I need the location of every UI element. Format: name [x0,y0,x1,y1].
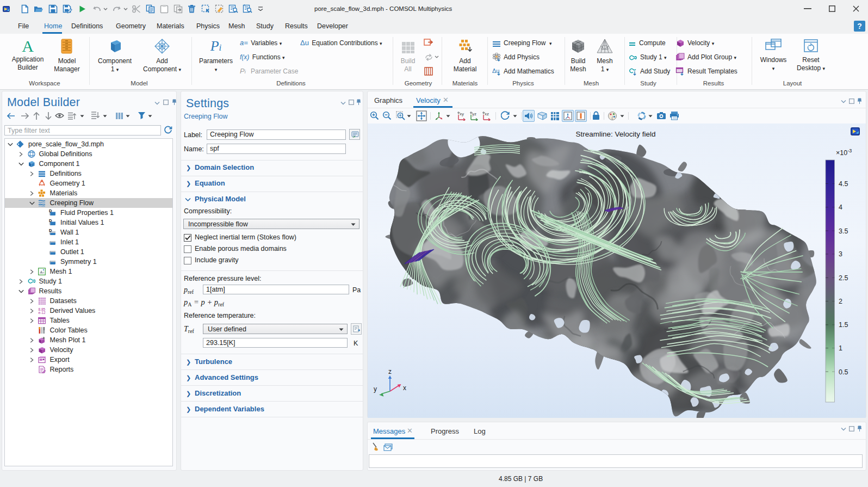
svg-text:1.5: 1.5 [839,321,848,329]
svg-text:2: 2 [839,298,842,305]
svg-text:y: y [374,385,377,393]
svg-text:e-12: e-12 [39,311,46,315]
svg-text:4.5: 4.5 [839,180,848,188]
svg-text:z: z [388,368,392,375]
svg-text:4: 4 [839,204,842,211]
svg-text:2.5: 2.5 [839,274,848,282]
svg-text:D: D [49,219,52,223]
svg-text:D: D [49,229,52,233]
svg-text:1: 1 [839,344,842,352]
svg-text:0.5: 0.5 [839,368,848,376]
svg-text:x: x [403,384,406,392]
svg-text:xy: xy [460,112,464,116]
svg-text:xz: xz [485,112,489,116]
svg-text:Streamline: Velocity field: Streamline: Velocity field [575,130,655,138]
svg-text:3: 3 [839,250,842,258]
svg-text:yz: yz [472,112,476,116]
svg-text:D: D [49,209,52,213]
svg-text:3.5: 3.5 [839,227,848,235]
